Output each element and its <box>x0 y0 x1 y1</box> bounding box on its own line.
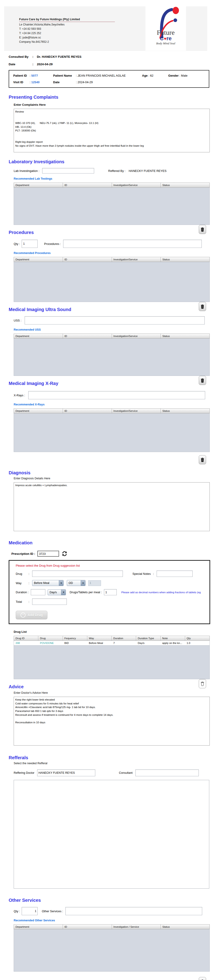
total-input[interactable] <box>32 598 67 605</box>
drug-input[interactable] <box>32 571 123 577</box>
recommended-uss-label: Recommended USS <box>14 328 212 331</box>
drug-col-qty[interactable]: Qty <box>185 636 209 641</box>
trash-icon <box>200 378 205 383</box>
way-meal-select[interactable]: Before Meal ▼ <box>32 580 64 586</box>
drug-name-cell[interactable]: POVIDONE <box>38 641 63 645</box>
delete-other-service-icon[interactable] <box>199 977 206 980</box>
proc-col-department[interactable]: Department <box>14 257 63 262</box>
uss-list[interactable] <box>14 339 210 376</box>
company-header: Future Care by Future Holdings (Pty) Lim… <box>4 6 207 51</box>
procedures-qty-label: Qty : <box>14 242 20 245</box>
reffering-doctor-input[interactable] <box>37 770 95 776</box>
lab-investigation-input[interactable] <box>42 168 94 173</box>
xray-col-department[interactable]: Department <box>14 409 63 413</box>
add-drug-button[interactable]: + Add Drug <box>16 611 47 619</box>
drug-col-id[interactable]: Drug ID <box>14 636 38 641</box>
drug-col-duration[interactable]: Duration <box>112 636 136 641</box>
lab-investigation-label: Lab Investingation : <box>14 169 39 173</box>
xray-col-id[interactable]: ID <box>63 409 112 413</box>
proc-col-investigation[interactable]: Investigation/Service <box>112 257 161 262</box>
delete-xray-icon[interactable] <box>199 455 206 464</box>
refresh-prescription-icon[interactable] <box>61 550 68 557</box>
trash-icon <box>200 457 205 463</box>
heart-icon: ♥ <box>164 36 166 41</box>
advice-textarea[interactable]: Keep the right lower limb elevated Cold … <box>14 697 210 746</box>
drug-col-way[interactable]: Way <box>87 636 112 641</box>
plus-icon: + <box>21 612 26 617</box>
drug-list-empty-area[interactable] <box>14 646 210 679</box>
other-services-input[interactable] <box>66 907 202 915</box>
lab-testings-list[interactable] <box>14 188 210 225</box>
way-frequency-select[interactable]: OD ▼ <box>67 580 85 586</box>
patient-id-label: Patient ID <box>13 74 30 77</box>
drug-col-frequency[interactable]: Fequency <box>63 636 87 641</box>
other-col-department[interactable]: Department <box>14 924 63 929</box>
age-label: Age <box>142 74 148 77</box>
trash-icon <box>200 979 205 980</box>
chevron-down-icon: ▼ <box>61 590 66 595</box>
uss-col-investigation[interactable]: Investigation/Service <box>112 334 161 338</box>
delete-uss-icon[interactable] <box>199 376 206 385</box>
diagnosis-textarea[interactable]: Impress acute celullitis + Lymphadenopat… <box>14 482 210 531</box>
other-qty-input[interactable] <box>22 907 38 915</box>
uss-col-id[interactable]: ID <box>63 334 112 338</box>
uss-col-department[interactable]: Department <box>14 334 63 338</box>
proc-col-id[interactable]: ID <box>63 257 112 262</box>
drug-table-row[interactable]: 398 POVIDONE BID Before Meal 7 Day/s app… <box>14 641 210 646</box>
total-label: Total <box>16 600 29 603</box>
recommended-other-services-label: Recommended Other Services <box>14 919 212 922</box>
patient-name-value: JEAN FRANCOIS MICHAEL AGLAE <box>77 74 125 77</box>
other-col-status[interactable]: Status <box>161 924 209 929</box>
special-notes-input[interactable] <box>157 571 193 577</box>
duration-unit-selected: Day/s <box>48 591 57 594</box>
other-services-list[interactable] <box>14 929 210 972</box>
drug-id-cell[interactable]: 398 <box>14 641 38 645</box>
way-label: Way <box>16 581 29 585</box>
delete-drug-icon[interactable] <box>199 679 206 688</box>
consultant-input[interactable] <box>135 770 199 776</box>
procedures-list[interactable] <box>14 262 210 302</box>
uss-input[interactable] <box>25 316 205 325</box>
gender-label: Gender <box>168 74 179 77</box>
duration-input[interactable] <box>31 589 45 595</box>
duration-unit-select[interactable]: Day/s ▼ <box>48 589 66 595</box>
xray-col-status[interactable]: Status <box>161 409 209 413</box>
lab-col-investigation[interactable]: Investigation/Service <box>112 183 161 187</box>
lab-col-id[interactable]: ID <box>63 183 112 187</box>
reffered-by-label: Reffered By : <box>108 169 125 173</box>
xray-col-investigation[interactable]: Investigation/Service <box>112 409 161 413</box>
lab-col-status[interactable]: Status <box>161 183 209 187</box>
per-meal-input[interactable] <box>104 589 117 595</box>
drug-duration-type-cell: Day/s <box>136 641 161 645</box>
other-col-id[interactable]: ID <box>63 924 112 929</box>
duration-label: Duration : <box>16 590 29 594</box>
other-col-investigation[interactable]: Investigation / Service <box>112 924 161 929</box>
uss-col-status[interactable]: Status <box>161 334 209 338</box>
drug-col-note[interactable]: Note <box>161 636 185 641</box>
complaints-textarea[interactable]: Review WBC-10 370 (H), NEU-75.7 (ok), LY… <box>14 109 210 152</box>
delete-procedure-icon[interactable] <box>199 302 206 311</box>
recommended-xrays-label: Recommended X-Rays <box>14 403 212 406</box>
add-drug-label: Add Drug <box>27 613 43 617</box>
procedures-qty-input[interactable] <box>22 240 38 248</box>
drug-col-drug[interactable]: Drug <box>38 636 63 641</box>
procedures-label: Procedures : <box>44 242 61 245</box>
prescription-id-input[interactable] <box>37 551 59 557</box>
chevron-down-icon: ▼ <box>59 580 63 586</box>
lab-col-department[interactable]: Department <box>14 183 63 187</box>
xray-list[interactable] <box>14 414 210 452</box>
delete-lab-testing-icon[interactable] <box>199 225 206 234</box>
special-notes-label: Special Notes <box>132 572 151 576</box>
patient-id-value: 5077 <box>31 74 38 77</box>
laboratory-investigations-title: Laboratory Investigations <box>9 159 212 164</box>
procedures-table: Department ID Investigation/Service Stat… <box>14 257 210 302</box>
trash-icon <box>200 227 205 232</box>
drug-duration-cell: 7 <box>112 641 136 645</box>
visit-id-label: Visit ID <box>13 81 30 84</box>
procedures-input[interactable] <box>63 240 202 248</box>
proc-col-status[interactable]: Status <box>161 257 209 262</box>
drug-list-title: Drug List <box>14 630 212 633</box>
refferal-list-box[interactable] <box>14 780 209 889</box>
xray-input[interactable] <box>28 391 205 399</box>
drug-col-duration-type[interactable]: Duration Type <box>136 636 161 641</box>
